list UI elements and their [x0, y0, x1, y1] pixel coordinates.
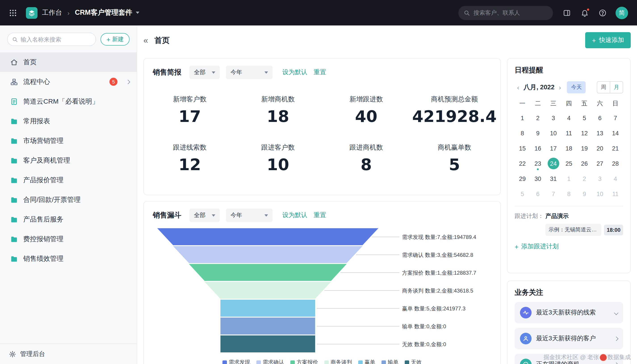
chevron-right-icon[interactable] [614, 362, 618, 364]
notifications-bell-icon[interactable] [581, 9, 589, 17]
calendar-day[interactable]: 15 [514, 141, 530, 156]
calendar-day[interactable]: 13 [592, 126, 608, 141]
calendar-day[interactable]: 1 [514, 110, 530, 126]
sidebar-item-expense[interactable]: 费控报销管理 [0, 229, 137, 249]
set-default-link[interactable]: 设为默认 [282, 211, 307, 219]
calendar-day[interactable]: 10 [592, 186, 608, 202]
calendar-day[interactable]: 16 [530, 141, 546, 156]
user-avatar[interactable]: 简 [616, 6, 628, 19]
help-icon[interactable] [598, 9, 606, 17]
collapse-sidebar-icon[interactable]: « [144, 36, 148, 44]
calendar-day[interactable]: 1 [561, 171, 576, 186]
sidebar-item-admin[interactable]: 管理后台 [0, 344, 137, 364]
calendar-day[interactable]: 28 [608, 156, 623, 171]
funnel-period-select[interactable]: 今年 [226, 208, 272, 222]
new-button[interactable]: +新建 [100, 33, 130, 46]
calendar-day[interactable]: 31 [546, 171, 561, 186]
today-button[interactable]: 今天 [567, 81, 586, 93]
funnel-stage-1[interactable] [157, 228, 378, 245]
sidebar-item-home[interactable]: 首页 [0, 52, 137, 72]
legend-item[interactable]: 无效 [405, 359, 422, 364]
calendar-day[interactable]: 2 [577, 171, 592, 186]
global-search[interactable] [458, 6, 553, 20]
apps-grid-icon[interactable] [9, 9, 17, 17]
docs-panel-icon[interactable] [563, 9, 571, 17]
calendar-day[interactable]: 19 [577, 141, 592, 156]
calendar-day[interactable]: 5 [577, 110, 592, 126]
add-plan-link[interactable]: +添加跟进计划 [514, 242, 623, 250]
calendar-day[interactable]: 22 [514, 156, 530, 171]
month-toggle[interactable]: 月 [610, 82, 623, 93]
calendar-day[interactable]: 27 [592, 156, 608, 171]
sidebar-item-performance[interactable]: 销售绩效管理 [0, 249, 137, 268]
app-switcher-caret-icon[interactable] [136, 12, 139, 14]
calendar-day[interactable]: 11 [561, 126, 576, 141]
calendar-day[interactable]: 11 [608, 186, 623, 202]
calendar-day[interactable]: 21 [608, 141, 623, 156]
chevron-down-icon[interactable] [614, 310, 618, 315]
calendar-day[interactable]: 4 [608, 171, 623, 186]
week-toggle[interactable]: 周 [597, 82, 610, 93]
plan-name[interactable]: 产品演示 [546, 212, 623, 220]
reset-link[interactable]: 重置 [314, 68, 326, 76]
sales-brief-period-select[interactable]: 今年 [226, 66, 272, 79]
calendar-day[interactable]: 25 [561, 156, 576, 171]
funnel-scope-select[interactable]: 全部 [190, 208, 220, 222]
legend-item[interactable]: 需求确认 [256, 359, 284, 364]
funnel-stage-2[interactable] [157, 246, 378, 263]
app-title[interactable]: CRM客户管理套件 [75, 8, 132, 18]
sidebar-search-input[interactable] [20, 36, 91, 43]
sidebar-item-process-center[interactable]: 流程中心5 [0, 72, 137, 92]
sidebar-item-common-reports[interactable]: 常用报表 [0, 111, 137, 131]
calendar-day[interactable]: 9 [577, 186, 592, 202]
calendar-day[interactable]: 26 [577, 156, 592, 171]
next-month-icon[interactable]: › [556, 84, 564, 91]
business-item[interactable]: 最近3天新获得的线索 [514, 302, 623, 323]
calendar-day[interactable]: 30 [530, 171, 546, 186]
plan-detail-text[interactable]: 示例：无锡简道云科技有限... [546, 224, 602, 236]
quick-add-button[interactable]: +快速添加 [585, 32, 631, 48]
calendar-day[interactable]: 8 [514, 126, 530, 141]
sidebar-item-customer-opportunity[interactable]: 客户及商机管理 [0, 150, 137, 170]
calendar-day[interactable]: 7 [546, 186, 561, 202]
legend-item[interactable]: 需求发现 [222, 359, 250, 364]
calendar-day[interactable]: 10 [546, 126, 561, 141]
calendar-day[interactable]: 14 [608, 126, 623, 141]
sidebar-search[interactable] [7, 32, 96, 46]
prev-month-icon[interactable]: ‹ [514, 84, 522, 91]
calendar-day[interactable]: 6 [592, 110, 608, 126]
legend-item[interactable]: 赢单 [358, 359, 375, 364]
calendar-day[interactable]: 18 [561, 141, 576, 156]
set-default-link[interactable]: 设为默认 [282, 68, 307, 76]
calendar-day[interactable]: 8 [561, 186, 576, 202]
calendar-day[interactable]: 2 [530, 110, 546, 126]
calendar-day[interactable]: 3 [592, 171, 608, 186]
sales-brief-scope-select[interactable]: 全部 [190, 66, 220, 79]
sidebar-item-after-sales[interactable]: 产品售后服务 [0, 210, 137, 229]
calendar-day[interactable]: 23 [530, 156, 546, 171]
calendar-day[interactable]: 6 [530, 186, 546, 202]
calendar-day[interactable]: 4 [561, 110, 576, 126]
legend-item[interactable]: 输单 [382, 359, 398, 364]
calendar-day[interactable]: 20 [592, 141, 608, 156]
workspace-link[interactable]: 工作台 [42, 8, 62, 17]
calendar-day[interactable]: 24 [546, 156, 561, 171]
sidebar-item-contract-invoice[interactable]: 合同/回款/开票管理 [0, 190, 137, 210]
chevron-right-icon[interactable] [614, 336, 618, 341]
calendar-day[interactable]: 5 [514, 186, 530, 202]
global-search-input[interactable] [474, 10, 548, 16]
sidebar-item-product-quote[interactable]: 产品报价管理 [0, 170, 137, 190]
calendar-day[interactable]: 12 [577, 126, 592, 141]
app-logo-icon[interactable] [26, 7, 38, 18]
calendar-day[interactable]: 7 [608, 110, 623, 126]
sidebar-item-marketing[interactable]: 市场营销管理 [0, 131, 137, 150]
reset-link[interactable]: 重置 [314, 211, 326, 219]
business-item[interactable]: 最近3天新获得的客户 [514, 328, 623, 349]
calendar-day[interactable]: 9 [530, 126, 546, 141]
legend-item[interactable]: 商务谈判 [324, 359, 352, 364]
calendar-day[interactable]: 3 [546, 110, 561, 126]
calendar-day[interactable]: 17 [546, 141, 561, 156]
legend-item[interactable]: 方案报价 [290, 359, 318, 364]
sidebar-item-crm-guide[interactable]: 简道云CRM「必看说明」 [0, 92, 137, 111]
calendar-day[interactable]: 29 [514, 171, 530, 186]
